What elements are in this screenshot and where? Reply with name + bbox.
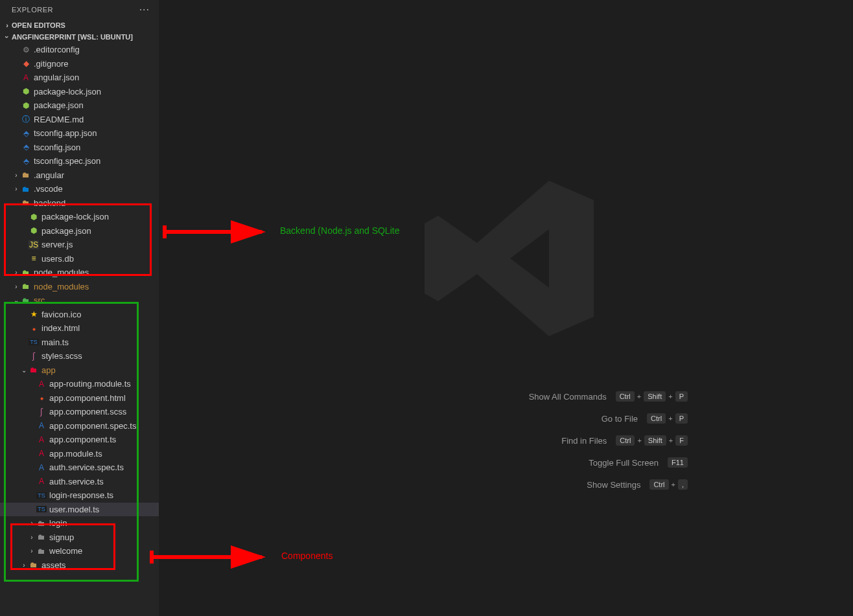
keycap: Ctrl — [616, 435, 635, 446]
chevron-right-icon[interactable]: › — [27, 534, 36, 541]
chevron-right-icon[interactable]: › — [12, 283, 21, 290]
file-auth.service.spec.ts[interactable]: Aauth.service.spec.ts — [0, 461, 159, 475]
folder-signup[interactable]: ›🖿signup — [0, 530, 159, 545]
folder-login[interactable]: ›🖿login — [0, 516, 159, 530]
file-README.md[interactable]: ⓘREADME.md — [0, 113, 159, 127]
folder-app[interactable]: ⌄🖿app — [0, 363, 159, 378]
tree-item-label: .vscode — [34, 184, 63, 194]
fgray-icon: 🖿 — [36, 532, 47, 542]
file-package.json[interactable]: ⬢package.json — [0, 98, 159, 113]
file-tsconfig.json[interactable]: ⬘tsconfig.json — [0, 141, 159, 155]
file-user.model.ts[interactable]: TSuser.model.ts — [0, 503, 159, 517]
open-editors-section[interactable]: › OPEN EDITORS — [0, 19, 159, 31]
editor-area: Show All CommandsCtrl+Shift+PGo to FileC… — [159, 0, 853, 616]
file-server.js[interactable]: JSserver.js — [0, 238, 159, 252]
file-tsconfig.spec.json[interactable]: ⬘tsconfig.spec.json — [0, 154, 159, 168]
file-tsconfig.app.json[interactable]: ⬘tsconfig.app.json — [0, 126, 159, 141]
file-styles.scss[interactable]: ʃstyles.scss — [0, 349, 159, 363]
chevron-right-icon[interactable]: › — [27, 519, 36, 527]
file-auth.service.ts[interactable]: Aauth.service.ts — [0, 475, 159, 489]
tree-item-label: auth.service.ts — [49, 477, 104, 486]
explorer-title: EXPLORER — [12, 6, 53, 14]
file-package-lock.json[interactable]: ⬢package-lock.json — [0, 85, 159, 99]
tree-item-label: app.component.spec.ts — [49, 421, 136, 431]
shortcut-row: Find in FilesCtrl+Shift+F — [325, 429, 688, 451]
ts-icon: TS — [29, 339, 39, 345]
file-app.component.ts[interactable]: Aapp.component.ts — [0, 433, 159, 447]
file-app.component.html[interactable]: ⬥app.component.html — [0, 391, 159, 405]
npm-icon: ⬢ — [21, 101, 31, 110]
folder-.vscode[interactable]: ›🖿.vscode — [0, 182, 159, 196]
folder-welcome[interactable]: ›🖿welcome — [0, 544, 159, 558]
keycap: Ctrl — [616, 391, 635, 402]
js-icon: JS — [29, 240, 39, 249]
tree-item-label: server.js — [41, 240, 73, 249]
folder-src[interactable]: ⌄🖿src — [0, 293, 159, 308]
folder-backend[interactable]: ⌄🖿backend — [0, 196, 159, 211]
file-.gitignore[interactable]: ◆.gitignore — [0, 57, 159, 71]
shortcut-keys: Ctrl+, — [649, 479, 688, 490]
tree-item-label: README.md — [34, 115, 84, 124]
scss-icon: ʃ — [36, 407, 47, 416]
welcome-shortcuts: Show All CommandsCtrl+Shift+PGo to FileC… — [325, 385, 688, 496]
shortcut-label: Find in Files — [561, 436, 607, 446]
file-app.component.spec.ts[interactable]: Aapp.component.spec.ts — [0, 419, 159, 433]
nm-icon: 🖿 — [21, 282, 31, 291]
chevron-right-icon[interactable]: › — [19, 562, 29, 569]
file-main.ts[interactable]: TSmain.ts — [0, 336, 159, 350]
chevron-right-icon: › — [3, 21, 12, 29]
file-.editorconfig[interactable]: ⚙.editorconfig — [0, 43, 159, 57]
src-icon: 🖿 — [21, 296, 31, 305]
file-favicon.ico[interactable]: ★favicon.ico — [0, 308, 159, 322]
tree-item-label: main.ts — [41, 337, 69, 347]
annotation-text-components: Components — [281, 551, 333, 561]
angts-icon: A — [36, 449, 47, 458]
tree-item-label: user.model.ts — [49, 505, 99, 514]
chevron-right-icon[interactable]: › — [27, 547, 36, 554]
chevron-right-icon[interactable]: › — [12, 269, 21, 276]
tree-item-label: welcome — [49, 546, 82, 556]
file-app.component.scss[interactable]: ʃapp.component.scss — [0, 405, 159, 419]
fgray-icon: 🖿 — [36, 519, 47, 528]
folder-node_modules[interactable]: ›🖿node_modules — [0, 280, 159, 294]
app-icon: 🖿 — [29, 365, 39, 374]
explorer-sidebar: EXPLORER ··· › OPEN EDITORS › ANGFINGERP… — [0, 0, 159, 616]
file-angular.json[interactable]: Aangular.json — [0, 71, 159, 85]
file-package.json[interactable]: ⬢package.json — [0, 224, 159, 238]
chevron-down-icon[interactable]: ⌄ — [12, 200, 21, 207]
chevron-down-icon[interactable]: ⌄ — [19, 367, 29, 374]
tree-item-label: tsconfig.json — [34, 143, 80, 152]
tree-item-label: tsconfig.app.json — [34, 128, 97, 138]
file-login-response.ts[interactable]: TSlogin-response.ts — [0, 488, 159, 503]
plus-icon: + — [637, 393, 641, 400]
tree-item-label: backend — [34, 198, 65, 208]
file-package-lock.json[interactable]: ⬢package-lock.json — [0, 210, 159, 224]
file-index.html[interactable]: ⬥index.html — [0, 321, 159, 336]
chevron-right-icon[interactable]: › — [12, 172, 21, 179]
plus-icon: + — [668, 415, 672, 422]
chevron-right-icon[interactable]: › — [12, 185, 21, 192]
tree-item-label: app.component.html — [49, 393, 126, 403]
keycap: Shift — [644, 435, 666, 446]
file-app-routing.module.ts[interactable]: Aapp-routing.module.ts — [0, 377, 159, 391]
tree-item-label: .gitignore — [34, 59, 68, 69]
keycap: Shift — [644, 391, 666, 402]
tree-item-label: tsconfig.spec.json — [34, 156, 100, 166]
chevron-down-icon[interactable]: ⌄ — [12, 297, 21, 304]
ts-icon: TS — [36, 506, 47, 512]
workspace-section[interactable]: › ANGFINGERPRINT [WSL: UBUNTU] — [0, 31, 159, 43]
more-icon[interactable]: ··· — [139, 4, 154, 16]
folder-assets[interactable]: ›🖿assets — [0, 558, 159, 573]
folder-.angular[interactable]: ›🖿.angular — [0, 168, 159, 183]
folder-node_modules[interactable]: ›🖿node_modules — [0, 266, 159, 280]
star-icon: ★ — [29, 310, 39, 319]
plus-icon: + — [637, 437, 641, 444]
tscfg-icon: ⬘ — [21, 143, 31, 152]
tree-item-label: package.json — [34, 100, 84, 110]
gear-icon: ⚙ — [21, 45, 31, 54]
tree-item-label: node_modules — [34, 268, 89, 277]
ts-icon: TS — [36, 492, 47, 499]
file-app.module.ts[interactable]: Aapp.module.ts — [0, 447, 159, 461]
shortcut-row: Toggle Full ScreenF11 — [325, 451, 688, 473]
file-users.db[interactable]: ≡users.db — [0, 252, 159, 266]
